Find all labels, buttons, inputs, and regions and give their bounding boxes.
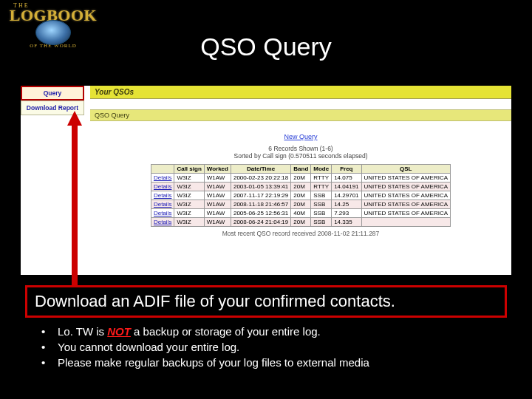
bullet-item: • Please make regular backups of your lo… [41, 356, 369, 369]
table-row: DetailsW3IZW1AW2007-11-17 22:19:2920MSSB… [151, 191, 450, 200]
slide-title: QSO Query [0, 33, 532, 61]
most-recent: Most recent QSO record received 2008-11-… [90, 230, 511, 237]
table-row: DetailsW3IZW1AW2008-11-18 21:46:5720MSSB… [151, 200, 450, 209]
cell-freq: 7.293 [332, 209, 361, 218]
cell-freq: 14.29701 [332, 191, 361, 200]
sidebar-item-query[interactable]: Query [21, 86, 84, 100]
bullet-text-2: You cannot download your entire log. [58, 341, 239, 353]
cell-mode: SSB [311, 191, 332, 200]
table-row: DetailsW3IZW1AW2000-02-23 20:22:1820MRTT… [151, 174, 450, 183]
cell-worked: W1AW [204, 191, 231, 200]
cell-call: W3IZ [174, 183, 204, 191]
cell-call: W3IZ [174, 218, 204, 227]
th-worked: Worked [204, 165, 231, 174]
cell-call: W3IZ [174, 209, 204, 218]
cell-band: 20M [291, 218, 311, 227]
bullet-text-3: Please make regular backups of your log … [58, 356, 369, 369]
qso-table: Call sign Worked Date/Time Band Mode Fre… [151, 164, 451, 227]
cell-qsl: UNITED STATES OF AMERICA [361, 191, 451, 200]
cell-mode: SSB [311, 209, 332, 218]
table-row: DetailsW3IZW1AW2005-06-25 12:56:3140MSSB… [151, 209, 450, 218]
cell-freq: 14.335 [332, 218, 361, 227]
cell-call: W3IZ [174, 174, 204, 183]
bullet-text-1: Lo. TW is NOT a backup or storage of you… [58, 325, 321, 338]
th-datetime: Date/Time [231, 165, 290, 174]
th-qsl: QSL [361, 165, 451, 174]
cell-call: W3IZ [174, 200, 204, 209]
cell-details[interactable]: Details [151, 191, 174, 200]
arrow-shaft-icon [72, 124, 78, 285]
cell-worked: W1AW [204, 209, 231, 218]
cell-band: 20M [291, 200, 311, 209]
cell-details[interactable]: Details [151, 174, 174, 183]
cell-freq: 14.25 [332, 200, 361, 209]
cell-details[interactable]: Details [151, 183, 174, 191]
content-pane: Your QSOs QSO Query New Query 6 Records … [90, 86, 511, 275]
cell-mode: SSB [311, 218, 332, 227]
cell-call: W3IZ [174, 191, 204, 200]
cell-freq: 14.04191 [332, 183, 361, 191]
cell-band: 20M [291, 191, 311, 200]
cell-worked: W1AW [204, 200, 231, 209]
cell-details[interactable]: Details [151, 200, 174, 209]
new-query-link[interactable]: New Query [90, 133, 511, 140]
cell-qsl [361, 218, 451, 227]
arrow-head-icon [67, 111, 82, 126]
th-band: Band [291, 165, 311, 174]
records-shown: 6 Records Shown (1-6) [90, 145, 511, 152]
cell-datetime: 2008-11-18 21:46:57 [231, 200, 290, 209]
th-callsign: Call sign [174, 165, 204, 174]
cell-details[interactable]: Details [151, 218, 174, 227]
pane-heading: Your QSOs [90, 86, 511, 99]
cell-datetime: 2007-11-17 22:19:29 [231, 191, 290, 200]
cell-datetime: 2000-02-23 20:22:18 [231, 174, 290, 183]
cell-qsl: UNITED STATES OF AMERICA [361, 183, 451, 191]
th-details [151, 165, 174, 174]
cell-details[interactable]: Details [151, 209, 174, 218]
bullet-dot-icon: • [41, 341, 58, 353]
not-emphasis: NOT [107, 325, 131, 338]
th-freq: Freq [332, 165, 361, 174]
sorted-by: Sorted by Call sign (0.570511 seconds el… [90, 152, 511, 160]
bullet-item: • You cannot download your entire log. [41, 341, 369, 353]
cell-datetime: 2005-06-25 12:56:31 [231, 209, 290, 218]
cell-worked: W1AW [204, 174, 231, 183]
browser-panel: Query Download Report Your QSOs QSO Quer… [21, 86, 511, 275]
cell-mode: SSB [311, 200, 332, 209]
cell-mode: RTTY [311, 183, 332, 191]
cell-datetime: 2008-06-24 21:04:19 [231, 218, 290, 227]
cell-mode: RTTY [311, 174, 332, 183]
banner-text: Download an ADIF file of your confirmed … [25, 285, 507, 318]
bullet-list: • Lo. TW is NOT a backup or storage of y… [41, 325, 369, 372]
records-stats: 6 Records Shown (1-6) Sorted by Call sig… [90, 145, 511, 160]
table-row: DetailsW3IZW1AW2003-01-05 13:39:4120MRTT… [151, 183, 450, 191]
cell-datetime: 2003-01-05 13:39:41 [231, 183, 290, 191]
cell-band: 20M [291, 183, 311, 191]
pane-subheading: QSO Query [90, 109, 511, 121]
cell-qsl: UNITED STATES OF AMERICA [361, 200, 451, 209]
bullet-dot-icon: • [41, 325, 58, 338]
cell-worked: W1AW [204, 218, 231, 227]
th-mode: Mode [311, 165, 332, 174]
cell-worked: W1AW [204, 183, 231, 191]
cell-freq: 14.075 [332, 174, 361, 183]
table-header-row: Call sign Worked Date/Time Band Mode Fre… [151, 165, 450, 174]
arrow-icon [74, 111, 75, 285]
bullet-dot-icon: • [41, 356, 58, 369]
cell-band: 20M [291, 174, 311, 183]
cell-qsl: UNITED STATES OF AMERICA [361, 209, 451, 218]
cell-band: 40M [291, 209, 311, 218]
cell-qsl: UNITED STATES OF AMERICA [361, 174, 451, 183]
table-row: DetailsW3IZW1AW2008-06-24 21:04:1920MSSB… [151, 218, 450, 227]
bullet-item: • Lo. TW is NOT a backup or storage of y… [41, 325, 369, 338]
